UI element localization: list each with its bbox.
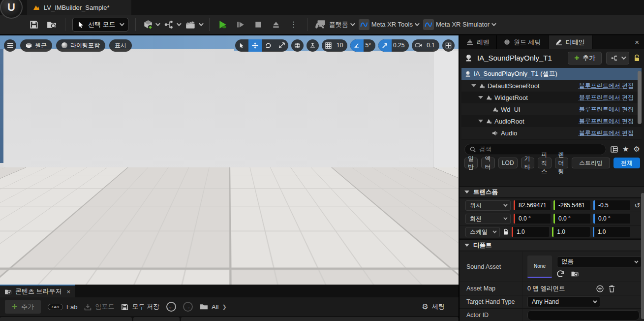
- tab-details[interactable]: 디테일: [549, 35, 592, 49]
- close-icon[interactable]: ×: [629, 38, 644, 46]
- scale-z-field[interactable]: 1.0: [593, 227, 630, 237]
- edit-in-blueprint-link[interactable]: 블루프린트에서 편집: [579, 94, 634, 102]
- select-mode-dropdown[interactable]: 선택 모드: [72, 18, 128, 32]
- rotation-z-field[interactable]: 0.0 °: [593, 214, 630, 224]
- camera-speed-value[interactable]: 0.1: [425, 42, 439, 49]
- close-icon[interactable]: ×: [66, 288, 70, 295]
- search-input[interactable]: [479, 146, 601, 153]
- filter-general[interactable]: 일반: [464, 158, 478, 168]
- meta-xr-tools-dropdown[interactable]: Meta XR Tools: [359, 19, 418, 30]
- blueprints-dropdown[interactable]: [164, 20, 180, 30]
- play-button[interactable]: [216, 18, 229, 31]
- viewport-menu-button[interactable]: [4, 39, 16, 52]
- reset-to-default-icon[interactable]: ↺: [633, 201, 641, 209]
- location-y-field[interactable]: -265.5461: [553, 200, 590, 210]
- browse-asset-icon[interactable]: [571, 270, 579, 277]
- add-component-button[interactable]: 추가: [568, 52, 602, 64]
- grid-snap-value[interactable]: 10: [335, 42, 347, 49]
- eject-button[interactable]: [270, 18, 282, 31]
- rotation-dropdown[interactable]: 회전: [465, 214, 511, 224]
- level-tab[interactable]: LV_IMBuilder_Sample*: [27, 0, 131, 15]
- play-options-menu[interactable]: ⋮: [287, 18, 300, 31]
- expand-arrow-icon[interactable]: [478, 96, 483, 99]
- filter-actor[interactable]: 액터: [481, 158, 494, 168]
- select-tool[interactable]: [235, 39, 248, 52]
- back-button[interactable]: ←: [166, 302, 176, 312]
- save-all-button[interactable]: 모두 저장: [121, 302, 159, 311]
- lit-mode-dropdown[interactable]: 라이팅포함: [56, 39, 105, 52]
- blueprint-actions-dropdown[interactable]: [606, 52, 629, 64]
- scale-snap-control[interactable]: 0.25: [378, 39, 409, 52]
- rotation-x-field[interactable]: 0.0 °: [514, 214, 551, 224]
- favorites-star-icon[interactable]: ★: [622, 145, 629, 154]
- scale-tool[interactable]: [275, 39, 288, 52]
- frame-skip-button[interactable]: [234, 18, 247, 31]
- filter-physics[interactable]: 피직스: [538, 158, 551, 168]
- details-scrollbar[interactable]: [641, 193, 644, 319]
- rotation-y-field[interactable]: 0.0 °: [553, 214, 590, 224]
- tab-levels[interactable]: 레벨: [460, 35, 497, 49]
- fab-button[interactable]: FAB Fab: [48, 303, 77, 311]
- search-input-wrap[interactable]: [464, 144, 606, 155]
- meta-xr-simulator-dropdown[interactable]: Meta XR Simulator: [423, 19, 495, 30]
- scale-x-field[interactable]: 1.0: [512, 227, 549, 237]
- edit-in-blueprint-link[interactable]: 블루프린트에서 편집: [579, 129, 634, 137]
- add-actor-dropdown[interactable]: [143, 19, 159, 30]
- actor-id-input[interactable]: [527, 310, 640, 321]
- location-dropdown[interactable]: 위치: [465, 200, 511, 211]
- location-z-field[interactable]: -0.5: [593, 200, 630, 210]
- grid-snap-control[interactable]: 10: [322, 39, 347, 52]
- camera-speed-control[interactable]: 0.1: [412, 39, 439, 52]
- save-icon[interactable]: [28, 18, 40, 31]
- move-tool[interactable]: [248, 39, 262, 52]
- surface-snap-toggle[interactable]: [307, 39, 319, 52]
- maximize-viewport-button[interactable]: [442, 39, 455, 52]
- path-breadcrumb[interactable]: All ❯: [200, 303, 227, 311]
- import-button[interactable]: 임포트: [84, 302, 114, 311]
- tree-row[interactable]: Audio 블루프린트에서 편집: [461, 127, 642, 139]
- clear-elements-trash-icon[interactable]: [609, 285, 615, 292]
- add-element-icon[interactable]: [596, 285, 604, 292]
- scale-dropdown[interactable]: 스케일: [465, 227, 500, 237]
- show-dropdown[interactable]: 표시: [109, 39, 132, 52]
- stop-button[interactable]: [252, 18, 265, 31]
- edit-in-blueprint-link[interactable]: 블루프린트에서 편집: [579, 117, 634, 126]
- rotation-snap-value[interactable]: 5°: [364, 42, 375, 49]
- sound-asset-dropdown[interactable]: 없음: [557, 257, 642, 267]
- tree-row[interactable]: WidgetRoot 블루프린트에서 편집: [461, 92, 642, 103]
- filter-lod[interactable]: LOD: [498, 158, 518, 168]
- content-browser-tab[interactable]: 콘텐츠 브라우저 ×: [0, 285, 75, 297]
- add-content-button[interactable]: 추가: [5, 300, 41, 314]
- use-selected-icon[interactable]: [557, 270, 565, 277]
- perspective-dropdown[interactable]: 원근: [20, 39, 52, 52]
- edit-in-blueprint-link[interactable]: 블루프린트에서 편집: [579, 105, 634, 114]
- default-section-header[interactable]: 디폴트: [460, 239, 644, 251]
- scale-snap-value[interactable]: 0.25: [392, 42, 409, 49]
- expand-arrow-icon[interactable]: [478, 120, 483, 123]
- translate-gizmo[interactable]: [186, 190, 270, 268]
- tree-row[interactable]: AudioRoot 블루프린트에서 편집: [461, 115, 642, 127]
- rotation-snap-control[interactable]: 5°: [350, 39, 375, 52]
- 3d-viewport[interactable]: Z Y X 원근 라이팅포함 표시: [0, 35, 459, 285]
- transform-section-header[interactable]: 트랜스폼: [460, 186, 644, 198]
- expand-arrow-icon[interactable]: [471, 84, 476, 87]
- content-browser-settings[interactable]: ⚙ 세팅: [422, 302, 454, 311]
- world-local-toggle[interactable]: [291, 39, 304, 52]
- tree-row-self[interactable]: IA_SoundPlayOnly_T1 (셀프): [461, 68, 642, 80]
- scale-y-field[interactable]: 1.0: [552, 227, 589, 237]
- tree-scrollbar[interactable]: [638, 71, 642, 124]
- tree-row[interactable]: DefaultSceneRoot 블루프린트에서 편집: [461, 80, 642, 92]
- display-options-icon[interactable]: [611, 146, 618, 153]
- forward-button[interactable]: →: [183, 302, 193, 312]
- location-x-field[interactable]: 82.569471: [514, 200, 551, 210]
- filter-rendering[interactable]: 렌더링: [555, 158, 568, 168]
- source-control-icon[interactable]: [45, 18, 58, 31]
- filter-streaming[interactable]: 스트리밍: [572, 158, 610, 168]
- breadcrumb-root[interactable]: All: [212, 303, 218, 311]
- asset-thumbnail[interactable]: None: [527, 256, 552, 278]
- platforms-dropdown[interactable]: 플랫폼: [314, 20, 354, 30]
- scale-lock-icon[interactable]: [503, 228, 509, 235]
- unlock-icon[interactable]: [634, 54, 640, 62]
- tree-row[interactable]: Wd_UI 블루프린트에서 편집: [461, 103, 642, 115]
- cinematics-dropdown[interactable]: [185, 20, 202, 30]
